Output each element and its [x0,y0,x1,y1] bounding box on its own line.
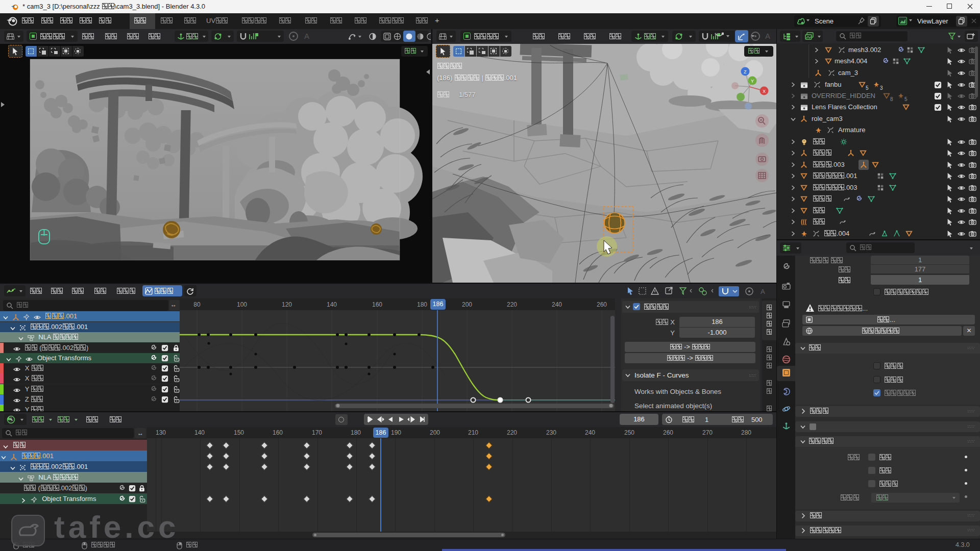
svg-text:Y: Y [751,79,754,84]
svg-text:A: A [761,288,765,295]
svg-text:100: 100 [237,301,247,308]
svg-text:120: 120 [282,301,292,308]
svg-text:220: 220 [507,301,517,308]
svg-text:160: 160 [372,301,382,308]
svg-text:140: 140 [327,301,337,308]
svg-text:240: 240 [552,301,562,308]
svg-text:200: 200 [462,301,472,308]
svg-text:180: 180 [417,301,427,308]
svg-text:Z: Z [744,69,747,74]
svg-text:260: 260 [597,301,607,308]
svg-text:X: X [763,89,766,94]
svg-text:80: 80 [193,301,201,308]
